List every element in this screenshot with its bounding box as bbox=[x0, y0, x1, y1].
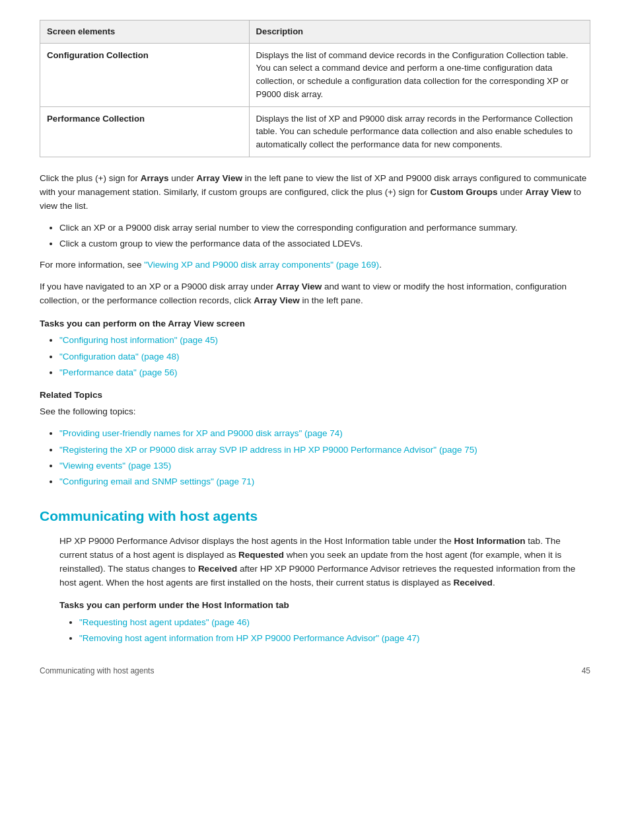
related-link-1[interactable]: "Providing user-friendly names for XP an… bbox=[59, 428, 343, 438]
related-link-3[interactable]: "Viewing events" (page 135) bbox=[59, 461, 171, 471]
body-paragraph-2: If you have navigated to an XP or a P900… bbox=[40, 280, 590, 308]
row2-label: Performance Collection bbox=[40, 106, 250, 157]
related-topics-heading: Related Topics bbox=[40, 389, 590, 402]
table-row: Performance Collection Displays the list… bbox=[40, 106, 590, 157]
list-item: "Requesting host agent updates" (page 46… bbox=[79, 616, 590, 629]
section-tasks-list: "Requesting host agent updates" (page 46… bbox=[79, 616, 590, 646]
footer-right: 45 bbox=[582, 666, 590, 675]
row2-description: Displays the list of XP and P9000 disk a… bbox=[249, 106, 590, 157]
list-item: Click an XP or a P9000 disk array serial… bbox=[59, 221, 590, 235]
related-link-4[interactable]: "Configuring email and SNMP settings" (p… bbox=[59, 477, 254, 486]
row1-label: Configuration Collection bbox=[40, 43, 250, 106]
body-paragraph-1: Click the plus (+) sign for Arrays under… bbox=[40, 172, 590, 213]
page-footer: Communicating with host agents 45 bbox=[40, 665, 590, 677]
more-info-suffix: . bbox=[379, 260, 382, 270]
list-item: "Removing host agent information from HP… bbox=[79, 632, 590, 645]
list-item: "Registering the XP or P9000 disk array … bbox=[59, 443, 590, 457]
tasks-heading: Tasks you can perform on the Array View … bbox=[40, 317, 590, 330]
related-intro-text: See the following topics: bbox=[40, 405, 590, 419]
section-task-link-1[interactable]: "Requesting host agent updates" (page 46… bbox=[79, 617, 250, 627]
more-info-link[interactable]: "Viewing XP and P9000 disk array compone… bbox=[144, 260, 379, 270]
table-row: Configuration Collection Displays the li… bbox=[40, 43, 590, 106]
list-item: "Configuration data" (page 48) bbox=[59, 350, 590, 363]
section-paragraph-1: HP XP P9000 Performance Advisor displays… bbox=[59, 535, 590, 590]
related-link-2[interactable]: "Registering the XP or P9000 disk array … bbox=[59, 445, 477, 455]
screen-elements-table: Screen elements Description Configuratio… bbox=[40, 20, 590, 157]
more-info-paragraph: For more information, see "Viewing XP an… bbox=[40, 258, 590, 272]
section-tasks-heading: Tasks you can perform under the Host Inf… bbox=[59, 599, 590, 612]
list-item: "Configuring email and SNMP settings" (p… bbox=[59, 475, 590, 488]
list-item: "Performance data" (page 56) bbox=[59, 366, 590, 379]
col2-header: Description bbox=[249, 20, 590, 44]
tasks-list: "Configuring host information" (page 45)… bbox=[59, 334, 590, 379]
row1-description: Displays the list of command device reco… bbox=[249, 43, 590, 106]
more-info-prefix: For more information, see bbox=[40, 260, 144, 270]
col1-header: Screen elements bbox=[40, 20, 250, 44]
list-item: "Providing user-friendly names for XP an… bbox=[59, 427, 590, 440]
section-task-link-2[interactable]: "Removing host agent information from HP… bbox=[79, 633, 420, 643]
task-link-3[interactable]: "Performance data" (page 56) bbox=[59, 367, 177, 377]
related-links-list: "Providing user-friendly names for XP an… bbox=[59, 427, 590, 488]
task-link-1[interactable]: "Configuring host information" (page 45) bbox=[59, 335, 218, 345]
body-bullet-list-1: Click an XP or a P9000 disk array serial… bbox=[59, 221, 590, 251]
list-item: Click a custom group to view the perform… bbox=[59, 237, 590, 250]
section-heading: Communicating with host agents bbox=[40, 506, 590, 527]
list-item: "Configuring host information" (page 45) bbox=[59, 334, 590, 347]
task-link-2[interactable]: "Configuration data" (page 48) bbox=[59, 352, 179, 362]
footer-left: Communicating with host agents bbox=[40, 665, 154, 677]
list-item: "Viewing events" (page 135) bbox=[59, 459, 590, 473]
